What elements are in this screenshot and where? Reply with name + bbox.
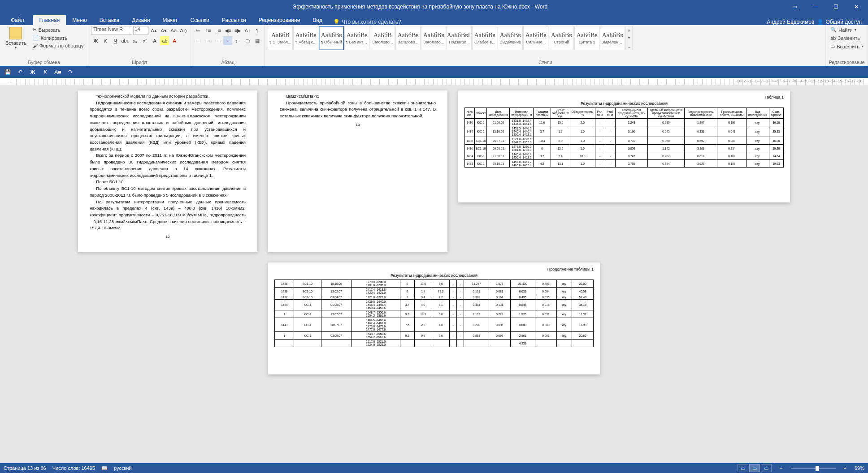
multilevel-button[interactable]: ⎯≡ [213,26,222,35]
numbering-button[interactable]: 1≡ [204,26,213,35]
table-row: 1434ЮС-113.10.001439.5 -1440.01445.4 -14… [465,126,784,137]
word-count[interactable]: Число слов: 16495 [52,465,95,471]
share-button[interactable]: 👤 Общий доступ [817,19,862,25]
style-item[interactable]: АаБбВвВыделение [498,26,523,50]
line-spacing-button[interactable]: ↕≡ [233,36,242,45]
sort-button[interactable]: A↓ [243,26,252,35]
style-item[interactable]: АаБбВвЗаголово... [421,26,446,50]
grow-font-button[interactable]: A▴ [149,26,158,35]
zoom-slider[interactable] [791,468,836,469]
font-name-select[interactable]: Times New R [91,26,132,35]
horizontal-ruler[interactable]: ⌐ ·16··2···1···1···2···3···4···5···6···7… [0,78,868,86]
shading-button[interactable]: ▢ [243,36,252,45]
save-button[interactable]: 💾 [3,67,13,77]
qat-italic-button[interactable]: К [40,67,50,77]
qat-highlight-button[interactable]: A■ [53,67,63,77]
maximize-icon[interactable]: ☐ [826,0,846,13]
tab-home[interactable]: Главная [33,15,66,25]
copy-icon: 📄 [33,35,39,41]
clear-format-button[interactable]: A◇ [179,26,188,35]
align-right-button[interactable]: ≡ [213,36,222,45]
borders-button[interactable]: ▦ [253,36,262,45]
tab-review[interactable]: Рецензирование [252,15,307,25]
strike-button[interactable]: abc [121,36,130,45]
paste-button[interactable]: Вставить ▾ [3,26,29,51]
tab-file[interactable]: Файл [2,15,33,25]
italic-button[interactable]: К [101,36,110,45]
tab-menu[interactable]: Меню [66,15,93,25]
paragraph: По результатам интерпретации полученных … [90,199,246,232]
tab-design[interactable]: Дизайн [126,15,156,25]
tell-me-input[interactable]: 💡 Что вы хотите сделать? [333,19,401,25]
web-layout-button[interactable]: ▭ [761,464,772,472]
window-title: Эффективность применения методов воздейс… [56,4,785,10]
style-item[interactable]: АаБбВвСлабое в... [472,26,497,50]
show-marks-button[interactable]: ¶ [253,26,262,35]
text-effects-button[interactable]: A [150,36,159,45]
table-row: 1ЮС-113.07.071548.7 -1550.61554.2 -1561.… [275,310,594,318]
bold-button[interactable]: Ж [91,36,100,45]
tab-view[interactable]: Вид [306,15,329,25]
tab-insert[interactable]: Вставка [93,15,126,25]
style-item[interactable]: АаБбВ¶ 1_Загол... [268,26,293,50]
spellcheck-icon[interactable]: 📖 [101,465,108,471]
style-item[interactable]: АаБбВв¶ Без инте... [344,26,369,50]
tab-references[interactable]: Ссылки [184,15,216,25]
highlight-button[interactable]: ab [160,36,169,45]
align-center-button[interactable]: ≡ [204,36,213,45]
change-case-button[interactable]: Aa [169,26,178,35]
style-item[interactable]: АаБбВв¶ Абзац с... [293,26,318,50]
style-item[interactable]: АаБбВв¶ Обычный [319,26,344,50]
font-color-button[interactable]: A [170,36,179,45]
brush-icon: 🖌 [33,43,38,48]
zoom-out-button[interactable]: − [778,465,784,471]
results-table-cont: 1436БС1-1018.10.061278.0 -1280.01281.0 -… [274,280,594,347]
replace-button[interactable]: abЗаменить [829,34,865,42]
bullets-button[interactable]: ≔ [194,26,203,35]
style-item[interactable]: АаБбВвВыделенн... [600,26,625,50]
shrink-font-button[interactable]: A▾ [159,26,168,35]
zoom-in-button[interactable]: + [842,465,848,471]
style-item[interactable]: АаБбВЗаголово... [370,26,395,50]
language-status[interactable]: русский [114,465,131,471]
minimize-icon[interactable]: — [805,0,825,13]
tab-mailings[interactable]: Рассылки [216,15,252,25]
zoom-level[interactable]: 69% [855,465,864,471]
underline-button[interactable]: Ч [111,36,120,45]
user-name[interactable]: Андрей Евдокимов [767,19,814,25]
style-item[interactable]: АаБбВвЦитата 2 [574,26,599,50]
document-area[interactable]: ⌐ ·16··2···1···1···2···3···4···5···6···7… [0,78,868,463]
font-size-select[interactable]: 14 [133,26,148,35]
close-icon[interactable]: ✕ [846,0,866,13]
style-item[interactable]: АаБбВвСтрогий [549,26,574,50]
undo-button[interactable]: ↶ [15,67,25,77]
style-item[interactable]: АаБбВвГПодзагол... [447,26,472,50]
ribbon-options-icon[interactable]: ▭ [785,0,804,13]
select-button[interactable]: ▭Выделить▾ [829,43,865,50]
justify-button[interactable]: ≡ [223,36,232,45]
copy-button[interactable]: 📄Копировать [31,34,86,42]
redo-button[interactable]: ↷ [65,67,75,77]
cut-button[interactable]: ✂Вырезать [31,26,86,34]
superscript-button[interactable]: x² [140,36,149,45]
document-page: Продолжение таблицы 1 Результаты гидроди… [268,262,600,374]
document-page: технологической модели по данным истории… [78,90,257,252]
table-row: 1436БС1-1018.10.061278.0 -1280.01281.0 -… [275,280,594,288]
paragraph: Проницаемость призабойной зоны в большин… [280,100,436,120]
qat-bold-button[interactable]: Ж [28,67,38,77]
styles-gallery[interactable]: АаБбВ¶ 1_Загол...АаБбВв¶ Абзац с...АаБбВ… [268,26,823,50]
read-mode-button[interactable]: ▭ [738,464,748,472]
style-item[interactable]: АаБбВвЗаголово... [395,26,421,50]
format-painter-button[interactable]: 🖌Формат по образцу [31,42,86,49]
styles-more-button[interactable]: ▴▾⎯ [625,26,633,50]
ruler-toggle-icon[interactable]: ⌐ [10,80,16,84]
align-left-button[interactable]: ≡ [194,36,203,45]
print-layout-button[interactable]: ▭ [749,464,760,472]
page-status[interactable]: Страница 13 из 86 [4,465,46,471]
outdent-button[interactable]: ◀≡ [223,26,232,35]
find-button[interactable]: 🔍Найти▾ [829,26,865,34]
indent-button[interactable]: ≡▶ [233,26,242,35]
subscript-button[interactable]: x₂ [130,36,139,45]
tab-layout[interactable]: Макет [156,15,184,25]
style-item[interactable]: АаБбВвСильное... [523,26,548,50]
